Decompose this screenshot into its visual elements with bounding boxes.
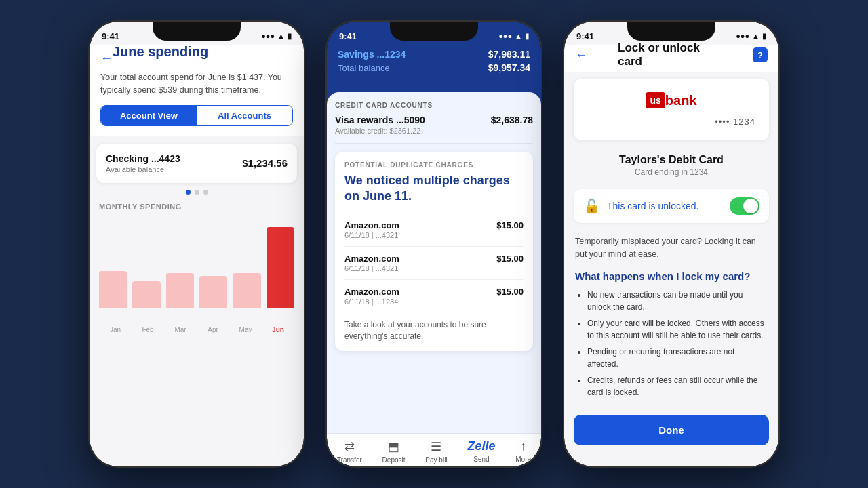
- spending-chart: [99, 216, 294, 325]
- credit-card-row[interactable]: Visa rewards ...5090 Available credit: $…: [335, 115, 533, 144]
- tab-transfer[interactable]: ⇄ Transfer: [337, 439, 362, 464]
- duplicate-charges-alert: POTENTIAL DUPLICATE CHARGES We noticed m…: [335, 152, 533, 351]
- charge-info-2: Amazon.com 6/11/18 | ...4321: [344, 253, 399, 272]
- status-icons-3: ●●● ▲ ▮: [736, 32, 766, 41]
- label-may: May: [229, 326, 262, 333]
- bar-jan: [99, 271, 127, 308]
- alert-title: We noticed multiple charges on June 11.: [344, 173, 524, 205]
- chart-may: [233, 216, 260, 308]
- total-balance-label: Total balance: [338, 63, 390, 73]
- charge-info-3: Amazon.com 6/11/18 | ...1234: [344, 287, 399, 306]
- view-tabs: Account View All Accounts: [100, 105, 293, 126]
- tab-send-label: Send: [473, 455, 489, 463]
- account-name: Checking ...4423: [106, 153, 180, 164]
- phone1-header: ← June spending Your total account spend…: [90, 45, 304, 136]
- tab-send[interactable]: Zelle Send: [467, 439, 495, 464]
- bar-feb: [132, 281, 160, 308]
- dot-3: [203, 190, 208, 195]
- lock-info-section: Temporarily misplaced your card? Locking…: [564, 228, 778, 409]
- dot-1: [186, 190, 191, 195]
- credit-card-name: Visa rewards ...5090: [335, 115, 425, 125]
- card-number-display: •••• 1234: [715, 117, 755, 127]
- charge-row-1[interactable]: Amazon.com 6/11/18 | ...4321 $15.00: [344, 213, 524, 246]
- card-display: us bank •••• 1234: [574, 79, 769, 140]
- battery-icon: ▮: [288, 32, 292, 41]
- page-title-3: Lock or unlock card: [618, 41, 725, 68]
- back-button-1[interactable]: ←: [100, 52, 113, 66]
- phone-1: 9:41 ●●● ▲ ▮ ← June spending Your total …: [88, 20, 305, 468]
- help-button[interactable]: ?: [753, 47, 768, 62]
- battery-icon-2: ▮: [525, 32, 529, 41]
- what-happens-title: What happens when I lock my card?: [575, 270, 768, 282]
- chart-feb: [132, 216, 160, 308]
- charge-sub-1: 6/11/18 | ...4321: [344, 231, 399, 239]
- spending-description: Your total account spend for June is $1,…: [100, 71, 293, 97]
- chart-mar: [166, 216, 194, 308]
- label-apr: Apr: [197, 326, 229, 333]
- deposit-icon: ⬒: [388, 439, 399, 454]
- wifi-icon-3: ▲: [752, 32, 760, 40]
- back-button-3[interactable]: ←: [575, 48, 587, 62]
- wifi-icon: ▲: [277, 32, 285, 40]
- tab-deposit[interactable]: ⬒ Deposit: [382, 439, 406, 464]
- status-icons-2: ●●● ▲ ▮: [498, 32, 529, 41]
- label-jan: Jan: [99, 326, 132, 333]
- phone-2: 9:41 ●●● ▲ ▮ Savings ...1234 $7,983.11 T…: [326, 20, 542, 468]
- done-button[interactable]: Done: [574, 415, 769, 445]
- tab-more-label: More: [515, 455, 531, 463]
- credit-card-info: Visa rewards ...5090 Available credit: $…: [335, 115, 425, 135]
- time-3: 9:41: [576, 31, 594, 41]
- phone2-body: CREDIT CARD ACCOUNTS Visa rewards ...509…: [327, 92, 541, 433]
- signal-icon-3: ●●●: [736, 32, 749, 40]
- bullet-2: Only your card will be locked. Others wi…: [587, 317, 768, 342]
- alert-tag: POTENTIAL DUPLICATE CHARGES: [344, 161, 524, 169]
- lock-icon: 🔓: [583, 198, 600, 214]
- chart-apr: [199, 216, 227, 308]
- misplaced-text: Temporarily misplaced your card? Locking…: [575, 235, 768, 261]
- account-info: Checking ...4423 Available balance: [106, 153, 180, 174]
- card-name: Taylors's Debit Card: [574, 154, 769, 166]
- charge-name-1: Amazon.com: [344, 220, 399, 230]
- tab-deposit-label: Deposit: [382, 456, 406, 464]
- signal-icon-2: ●●●: [498, 32, 512, 40]
- bar-apr: [199, 276, 227, 308]
- phone3-header: ← Lock or unlock card ?: [564, 45, 778, 72]
- tab-transfer-label: Transfer: [337, 456, 362, 464]
- tab-all-accounts[interactable]: All Accounts: [197, 106, 292, 125]
- savings-account-amount: $7,983.11: [488, 49, 530, 60]
- label-mar: Mar: [164, 326, 197, 333]
- dot-2: [195, 190, 199, 195]
- monthly-title: MONTHLY SPENDING: [99, 203, 294, 211]
- total-balance-row: Total balance $9,957.34: [338, 61, 530, 81]
- charge-info-1: Amazon.com 6/11/18 | ...4321: [344, 220, 399, 239]
- account-amount: $1,234.56: [242, 157, 288, 169]
- account-sub: Available balance: [106, 165, 180, 174]
- pay-bill-icon: ☰: [431, 439, 441, 454]
- card-name-section: Taylors's Debit Card Card ending in 1234: [564, 147, 778, 184]
- tab-pay-bill[interactable]: ☰ Pay bill: [425, 439, 447, 464]
- lock-toggle[interactable]: [730, 197, 760, 215]
- tab-account-view[interactable]: Account View: [101, 106, 197, 125]
- monthly-spending-section: MONTHLY SPENDING: [90, 195, 304, 333]
- charge-row-2[interactable]: Amazon.com 6/11/18 | ...4321 $15.00: [344, 246, 524, 279]
- bottom-tab-bar: ⇄ Transfer ⬒ Deposit ☰ Pay bill Zelle Se…: [327, 433, 541, 466]
- account-card[interactable]: Checking ...4423 Available balance $1,23…: [96, 144, 297, 183]
- notch-1: [153, 22, 241, 41]
- charge-row-3[interactable]: Amazon.com 6/11/18 | ...1234 $15.00: [344, 279, 524, 312]
- credit-section-title: CREDIT CARD ACCOUNTS: [335, 102, 533, 109]
- label-jun: Jun: [262, 326, 294, 333]
- charge-amount-3: $15.00: [496, 287, 524, 297]
- charge-name-2: Amazon.com: [344, 253, 399, 264]
- charge-name-3: Amazon.com: [344, 287, 399, 297]
- unlock-status-text: This card is unlocked.: [607, 201, 723, 211]
- status-icons-1: ●●● ▲ ▮: [261, 32, 292, 41]
- charge-sub-2: 6/11/18 | ...4321: [344, 264, 399, 272]
- label-feb: Feb: [132, 326, 164, 333]
- charge-amount-2: $15.00: [496, 253, 524, 264]
- battery-icon-3: ▮: [762, 32, 766, 41]
- notch-2: [390, 22, 478, 41]
- alert-footer: Take a look at your accounts to be sure …: [344, 319, 524, 342]
- bullet-1: No new transactions can be made until yo…: [587, 289, 768, 313]
- tab-more[interactable]: ↑ More: [515, 439, 531, 464]
- transfer-icon: ⇄: [344, 439, 355, 454]
